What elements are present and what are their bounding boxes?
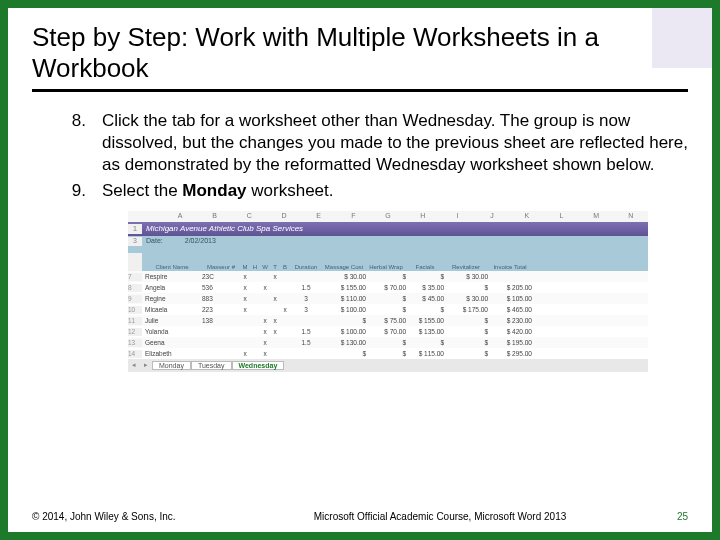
slide-body: 8. Click the tab for a worksheet other t… <box>32 110 688 372</box>
excel-screenshot: ABCDEFGHIJKLMN 1 Michigan Avenue Athleti… <box>128 211 648 372</box>
table-row: 9Regine883xx3$ 110.00$$ 45.00$ 30.00$ 10… <box>128 293 648 304</box>
sheet-tab[interactable]: Tuesday <box>191 361 232 370</box>
copyright: © 2014, John Wiley & Sons, Inc. <box>32 511 232 522</box>
step-text: Click the tab for a worksheet other than… <box>102 110 688 175</box>
table-row: 11Julie138xx$$ 75.00$ 155.00$$ 230.00 <box>128 315 648 326</box>
date-row: 3 Date: 2/02/2013 <box>128 236 648 247</box>
table-header-row: Client NameMasseur #MHWTBDurationMassage… <box>128 253 648 271</box>
tab-nav-right-icon[interactable]: ▸ <box>140 361 152 370</box>
tab-nav-left-icon[interactable]: ◂ <box>128 361 140 370</box>
table-row: 13Geenax1.5$ 130.00$$$$ 195.00 <box>128 337 648 348</box>
step-9: 9. Select the Monday worksheet. <box>58 180 688 202</box>
table-row: 8Angela536xx1.5$ 155.00$ 70.00$ 35.00$$ … <box>128 282 648 293</box>
sheet-title-row: 1 Michigan Avenue Athletic Club Spa Serv… <box>128 222 648 236</box>
step-text: Select the Monday worksheet. <box>102 180 688 202</box>
table-row: 14Elizabethxx$$$ 115.00$$ 295.00 <box>128 348 648 359</box>
table-row: 10Micaela223xx3$ 100.00$$$ 175.00$ 465.0… <box>128 304 648 315</box>
sheet-tab[interactable]: Monday <box>152 361 191 370</box>
sheet-tabs: ◂ ▸ MondayTuesdayWednesday <box>128 359 648 372</box>
step-number: 8. <box>58 110 102 175</box>
slide-title: Step by Step: Work with Multiple Workshe… <box>32 22 688 92</box>
course-name: Microsoft Official Academic Course, Micr… <box>232 511 648 522</box>
slide-container: Step by Step: Work with Multiple Workshe… <box>8 8 712 532</box>
step-8: 8. Click the tab for a worksheet other t… <box>58 110 688 175</box>
column-headers: ABCDEFGHIJKLMN <box>128 211 648 222</box>
table-row: 12Yolandaxx1.5$ 100.00$ 70.00$ 135.00$$ … <box>128 326 648 337</box>
page-number: 25 <box>648 511 688 522</box>
decorative-image <box>652 8 712 68</box>
table-row: 7Respire23Cxx$ 30.00$$$ 30.00 <box>128 271 648 282</box>
sheet-tab[interactable]: Wednesday <box>232 361 285 370</box>
step-number: 9. <box>58 180 102 202</box>
footer: © 2014, John Wiley & Sons, Inc. Microsof… <box>32 511 688 522</box>
